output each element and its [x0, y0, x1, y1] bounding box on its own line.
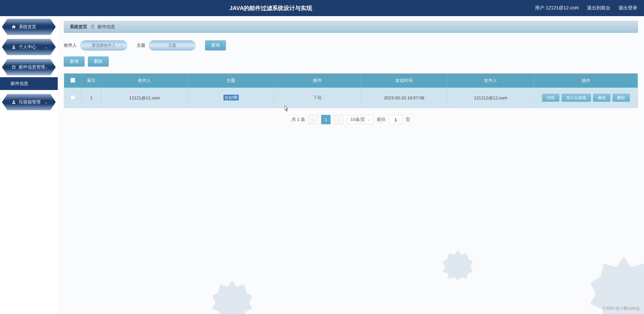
- prev-page-button[interactable]: ‹: [308, 115, 318, 124]
- breadcrumb-home[interactable]: 系统首页: [70, 24, 87, 29]
- gear-icon: [212, 280, 252, 314]
- sidebar-sub-mail-info[interactable]: 邮件信息: [0, 77, 58, 90]
- logout-front-link[interactable]: 退出到前台: [587, 5, 610, 11]
- total-text: 共 1 条: [292, 117, 305, 123]
- subject-input[interactable]: 主题: [149, 40, 196, 50]
- sidebar-item-mail-manage[interactable]: 邮件信息管理 ⌄: [2, 59, 56, 75]
- app-title: JAVA的邮件过滤系统设计与实现: [7, 4, 535, 12]
- col-index: 索引: [82, 74, 101, 88]
- sidebar-item-label: 邮件信息管理: [19, 64, 45, 70]
- chevron-down-icon: ⌄: [45, 65, 48, 70]
- detail-button[interactable]: 详情: [542, 94, 559, 102]
- sidebar-item-label: 垃圾箱管理: [19, 99, 41, 105]
- chevron-down-icon: ⌄: [368, 118, 370, 122]
- subject-label: 主题: [137, 42, 145, 48]
- sidebar-item-home[interactable]: 系统首页: [2, 19, 56, 35]
- home-icon: [11, 25, 16, 29]
- goto-prefix: 前往: [377, 117, 386, 123]
- cell-subject: 你好啊: [188, 88, 275, 108]
- goto-page-input[interactable]: [389, 115, 402, 124]
- sidebar-sub-label: 邮件信息: [11, 81, 28, 87]
- sidebar-item-label: 个人中心: [19, 44, 36, 50]
- header: JAVA的邮件过滤系统设计与实现 用户 12121@12.com 退出到前台 退…: [0, 0, 644, 16]
- search-button[interactable]: 查询: [205, 40, 226, 50]
- row-delete-button[interactable]: 删除: [612, 94, 630, 102]
- person-icon: [11, 100, 16, 104]
- breadcrumb-current: 邮件信息: [98, 24, 115, 29]
- col-attachment: 附件: [274, 74, 361, 88]
- chevron-down-icon: ⌄: [45, 45, 48, 49]
- col-recipient: 收件人: [101, 74, 188, 88]
- row-checkbox[interactable]: [70, 95, 75, 100]
- page-number-button[interactable]: 1: [321, 115, 331, 124]
- cell-recipient: 12121@12.com: [101, 88, 188, 108]
- cell-sender: 121212@12.com: [447, 88, 534, 108]
- breadcrumb: 系统首页 ☰ 邮件信息: [64, 21, 638, 33]
- logout-link[interactable]: 退出登录: [618, 5, 637, 11]
- gear-icon: [443, 250, 473, 280]
- filter-row: 收件人 请选择收件人 ⌄ 主题 主题 查询: [64, 40, 638, 50]
- cell-index: 1: [82, 88, 101, 108]
- cell-sent-time: 2023-03-20 19:57:09: [361, 88, 447, 108]
- goto-suffix: 页: [406, 117, 410, 123]
- select-all-checkbox[interactable]: [70, 78, 75, 83]
- mail-icon: [11, 65, 16, 70]
- action-row: 新增 删除: [64, 56, 638, 66]
- sidebar: 系统首页 个人中心 ⌄ 邮件信息管理 ⌄ 邮件信息 垃圾箱管理 ⌄: [0, 16, 58, 314]
- sidebar-item-trash[interactable]: 垃圾箱管理 ⌄: [2, 94, 56, 110]
- breadcrumb-sep-icon: ☰: [91, 24, 95, 29]
- subject-placeholder: 主题: [168, 43, 176, 48]
- next-page-button[interactable]: ›: [334, 115, 343, 124]
- main-content: 系统首页 ☰ 邮件信息 收件人 请选择收件人 ⌄ 主题 主题 查询 新增 删除: [58, 16, 644, 314]
- add-button[interactable]: 新增: [64, 56, 85, 66]
- recipient-select[interactable]: 请选择收件人 ⌄: [80, 40, 127, 50]
- watermark: CSDN @小蔡coding: [603, 306, 639, 311]
- download-link[interactable]: 下载: [313, 95, 322, 100]
- sidebar-item-profile[interactable]: 个人中心 ⌄: [2, 39, 56, 55]
- edit-button[interactable]: 修改: [593, 94, 610, 102]
- sidebar-item-label: 系统首页: [19, 24, 36, 30]
- page-size-select[interactable]: 10条/页 ⌄: [347, 115, 374, 124]
- subject-highlight: 你好啊: [224, 95, 239, 100]
- cell-attachment: 下载: [274, 88, 361, 108]
- col-actions: 操作: [534, 74, 638, 88]
- chevron-down-icon: ⌄: [120, 44, 122, 47]
- page-size-label: 10条/页: [350, 117, 365, 123]
- recipient-label: 收件人: [64, 42, 77, 48]
- table-row: 1 12121@12.com 你好啊 下载 2023-03-20 19:57:0…: [64, 88, 638, 108]
- user-label[interactable]: 用户 12121@12.com: [535, 5, 579, 11]
- recipient-placeholder: 请选择收件人: [92, 43, 116, 48]
- trash-button[interactable]: 加入垃圾箱: [561, 94, 591, 102]
- mail-table: 索引 收件人 主题 附件 发送时间 发件人 操作 1 12121@12.com: [64, 73, 638, 108]
- cell-actions: 详情 加入垃圾箱 修改 删除: [534, 88, 638, 108]
- person-icon: [11, 45, 16, 49]
- delete-button[interactable]: 删除: [88, 56, 109, 66]
- pagination: 共 1 条 ‹ 1 › 10条/页 ⌄ 前往 页: [64, 115, 638, 124]
- col-sender: 发件人: [447, 74, 534, 88]
- chevron-down-icon: ⌄: [45, 100, 48, 104]
- col-sent-time: 发送时间: [361, 74, 447, 88]
- header-right: 用户 12121@12.com 退出到前台 退出登录: [535, 5, 637, 11]
- col-subject: 主题: [188, 74, 275, 88]
